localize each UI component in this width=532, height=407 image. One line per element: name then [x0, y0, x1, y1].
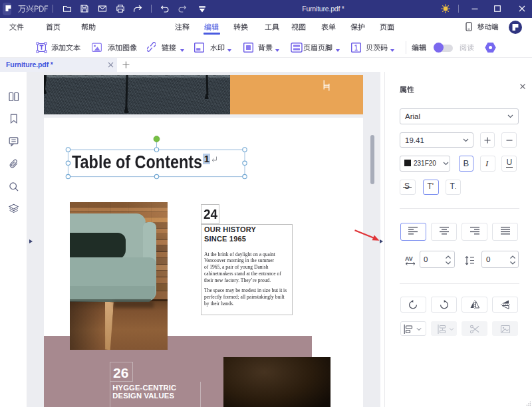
svg-text:AV: AV [405, 255, 413, 262]
